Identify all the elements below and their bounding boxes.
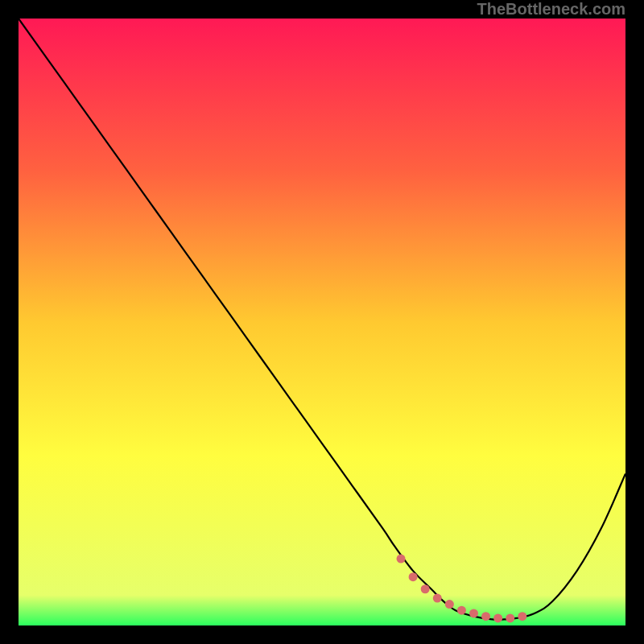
gradient-background xyxy=(19,19,625,625)
marker-dot xyxy=(493,613,502,622)
marker-dot xyxy=(481,612,490,621)
plot-area xyxy=(19,19,625,625)
watermark-text: TheBottleneck.com xyxy=(477,0,625,19)
marker-dot xyxy=(518,612,526,621)
chart-svg xyxy=(19,19,625,625)
marker-dot xyxy=(445,600,454,609)
marker-dot xyxy=(457,606,466,615)
marker-dot xyxy=(409,572,418,581)
marker-dot xyxy=(506,613,514,622)
marker-dot xyxy=(469,609,478,617)
marker-dot xyxy=(397,555,406,564)
chart-container: TheBottleneck.com xyxy=(0,0,644,644)
marker-dot xyxy=(421,584,430,593)
marker-dot xyxy=(433,594,442,603)
